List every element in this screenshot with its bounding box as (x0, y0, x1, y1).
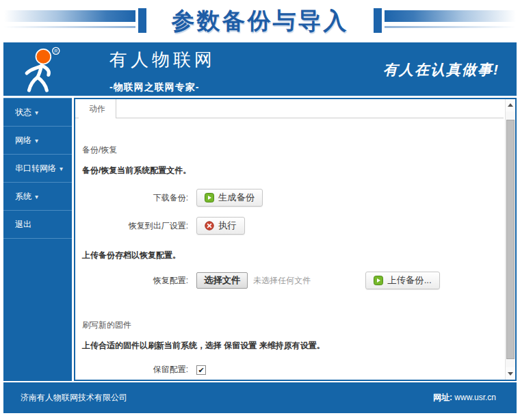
upload-backup-label: 上传备份... (387, 274, 431, 287)
sidebar-item-logout[interactable]: 退出 (3, 211, 72, 239)
firmware-description: 上传合适的固件以刷新当前系统，选择 保留设置 来维持原有设置。 (76, 340, 504, 352)
brand-slogan: 有人在认真做事! (383, 60, 499, 79)
reset-red-icon (205, 221, 214, 231)
page-banner: 参数备份与导入 (0, 0, 520, 41)
banner-decoration-line-right (385, 26, 516, 28)
scrollbar-down-arrow[interactable] (506, 367, 515, 380)
main-content: 动作 备份/恢复 备份/恢复当前系统配置文件。 下载备份: 生成备份 (74, 98, 517, 381)
restore-config-row: 恢复配置: 选择文件 未选择任何文件 上传备份... (76, 272, 504, 289)
usr-logo-icon: R (14, 45, 68, 96)
banner-decoration-bar-right (385, 10, 516, 22)
sidebar-item-label: 状态 (15, 107, 31, 117)
scrollbar-thumb[interactable] (506, 120, 515, 359)
sidebar-item-status[interactable]: 状态▾ (3, 99, 72, 127)
restore-config-label: 恢复配置: (76, 275, 196, 287)
upload-green-icon (374, 276, 383, 285)
scrollbar-up-arrow[interactable] (506, 99, 515, 111)
download-backup-row: 下载备份: 生成备份 (76, 189, 504, 207)
app-header: R 有人物联网 -物联网之联网专家- 有人在认真做事! (3, 42, 517, 96)
keep-settings-checkbox[interactable]: ✔ (196, 365, 206, 375)
sidebar-item-label: 退出 (15, 220, 31, 229)
generate-backup-label: 生成备份 (218, 192, 255, 204)
download-backup-label: 下载备份: (76, 192, 196, 204)
upload-backup-button[interactable]: 上传备份... (365, 272, 439, 289)
restore-no-file-text: 未选择任何文件 (253, 275, 334, 287)
brand-title: 有人物联网 (109, 48, 216, 72)
sidebar-item-label: 系统 (15, 192, 31, 201)
footer-website-link[interactable]: www.usr.cn (454, 393, 496, 402)
sidebar-item-label: 串口转网络 (15, 163, 56, 173)
sidebar-item-label: 网络 (15, 135, 31, 145)
execute-reset-button[interactable]: 执行 (196, 217, 245, 235)
banner-decoration-tab-right (374, 8, 382, 33)
firmware-section-title: 刷写新的固件 (76, 319, 504, 331)
sidebar-item-system[interactable]: 系统▾ (3, 183, 72, 211)
chevron-down-icon: ▾ (35, 137, 38, 144)
factory-reset-label: 恢复到出厂设置: (76, 220, 196, 232)
chevron-down-icon: ▾ (35, 109, 38, 116)
footer-company: 济南有人物联网技术有限公司 (21, 392, 127, 404)
backup-restore-description: 备份/恢复当前系统配置文件。 (76, 165, 504, 176)
svg-text:R: R (54, 49, 57, 54)
chevron-down-icon: ▾ (60, 165, 63, 172)
backup-restore-section-title: 备份/恢复 (76, 144, 504, 156)
sidebar-item-network[interactable]: 网络▾ (3, 127, 72, 155)
generate-backup-button[interactable]: 生成备份 (196, 189, 263, 207)
apply-green-icon (205, 193, 214, 202)
restore-choose-file-button[interactable]: 选择文件 (196, 272, 248, 289)
tab-bar: 动作 (75, 99, 504, 118)
tab-action[interactable]: 动作 (79, 99, 116, 118)
upload-archive-heading: 上传备份存档以恢复配置。 (76, 250, 504, 261)
chevron-down-icon: ▾ (35, 193, 38, 200)
keep-settings-label: 保留配置: (76, 364, 196, 376)
footer-website-label: 网址: (433, 393, 452, 402)
app-footer: 济南有人物联网技术有限公司 网址: www.usr.cn (3, 382, 517, 413)
brand-subtitle: -物联网之联网专家- (109, 81, 216, 94)
content-scrollbar[interactable] (505, 99, 515, 380)
sidebar-nav: 状态▾ 网络▾ 串口转网络▾ 系统▾ 退出 (3, 98, 72, 381)
execute-reset-label: 执行 (218, 220, 237, 232)
keep-settings-row: 保留配置: ✔ (76, 364, 504, 376)
sidebar-item-serial-to-network[interactable]: 串口转网络▾ (3, 155, 72, 183)
factory-reset-row: 恢复到出厂设置: 执行 (76, 217, 504, 235)
